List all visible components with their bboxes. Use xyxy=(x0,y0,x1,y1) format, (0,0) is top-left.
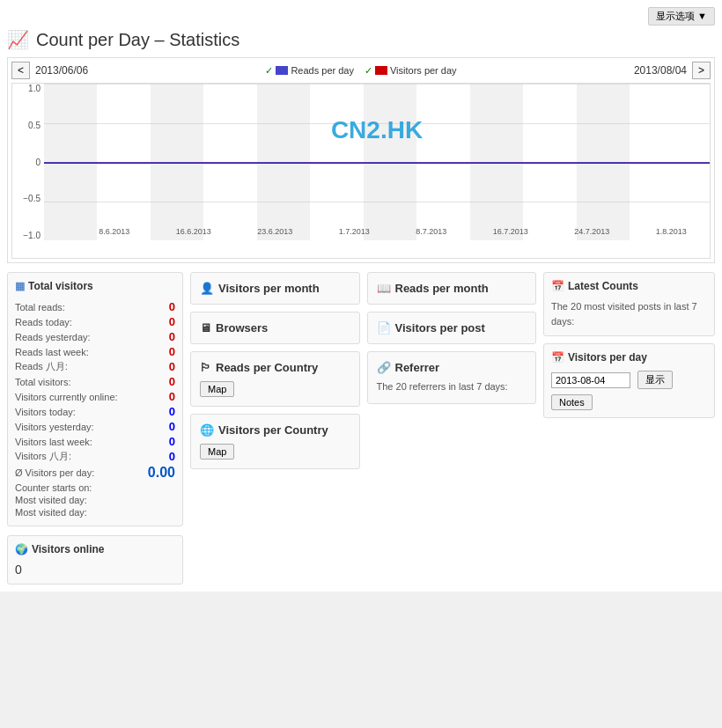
x-label-7: 24.7.2013 xyxy=(574,227,609,236)
latest-counts-text: The 20 most visited posts in last 7 days… xyxy=(551,299,707,328)
page-title: Count per Day – Statistics xyxy=(36,30,239,50)
y-label-1: 1.0 xyxy=(28,84,41,93)
referrer-title: 🔗 Referrer xyxy=(377,361,527,374)
x-label-2: 16.6.2013 xyxy=(176,227,211,236)
stat-row-reads-yesterday: Reads yesterday: 0 xyxy=(15,329,175,344)
referrer-card: 🔗 Referrer The 20 referrers in last 7 da… xyxy=(367,351,537,404)
link-icon: 🔗 xyxy=(377,361,391,374)
visitors-online-label: Visitors online xyxy=(32,543,104,555)
label-visitors-today: Visitors today: xyxy=(15,407,76,417)
calendar2-icon: 📅 xyxy=(551,351,564,364)
table-icon: ▦ xyxy=(15,280,25,292)
stat-row-reads-last-week: Reads last week: 0 xyxy=(15,344,175,359)
reads-legend-label: Reads per day xyxy=(291,65,354,76)
visitors-per-post-label: Visitors per post xyxy=(395,321,485,335)
globe-icon: 🌐 xyxy=(200,423,214,437)
legend-reads: ✓ Reads per day xyxy=(265,65,354,77)
chart-container: < 2013/06/06 ✓ Reads per day ✓ Visitors … xyxy=(7,57,715,263)
label-reads-today: Reads today: xyxy=(15,317,72,327)
browsers-card: 🖥 Browsers xyxy=(190,312,360,344)
y-label-2: 0.5 xyxy=(28,121,41,130)
visitors-per-country-title: 🌐 Visitors per Country xyxy=(200,423,350,437)
visitors-per-post-card: 📄 Visitors per post xyxy=(367,312,537,344)
flag-icon: 🏳 xyxy=(200,361,211,374)
x-label-3: 23.6.2013 xyxy=(257,227,292,236)
stat-row-counter-starts: Counter starts on: xyxy=(15,482,175,494)
stat-row-total-visitors: Total visitors: 0 xyxy=(15,374,175,389)
reads-color-swatch xyxy=(276,66,288,75)
chart-date-right: 2013/08/04 xyxy=(634,64,687,77)
chart-next-button[interactable]: > xyxy=(692,62,711,79)
label-avg-visitors: Ø Visitors per day: xyxy=(15,467,94,478)
y-label-3: 0 xyxy=(35,158,41,167)
value-avg-visitors: 0.00 xyxy=(148,465,175,481)
value-visitors-yesterday: 0 xyxy=(169,420,175,433)
display-options-button[interactable]: 显示选项 ▼ xyxy=(648,7,715,26)
x-label-1: 8.6.2013 xyxy=(99,227,129,236)
visitors-per-month-label: Visitors per month xyxy=(218,282,320,295)
x-label-6: 16.7.2013 xyxy=(493,227,528,236)
label-counter-starts: Counter starts on: xyxy=(15,482,92,493)
referrer-label: Referrer xyxy=(395,361,440,374)
y-label-4: −0.5 xyxy=(23,194,41,203)
reads-per-country-card: 🏳 Reads per Country Map xyxy=(190,351,360,407)
reads-line xyxy=(44,162,710,163)
monitor-icon: 🖥 xyxy=(200,321,211,335)
right-column: 📅 Latest Counts The 20 most visited post… xyxy=(543,272,715,526)
stat-row-visitors-last-week: Visitors last week: 0 xyxy=(15,434,175,449)
reads-per-month-label: Reads per month xyxy=(395,282,489,295)
stat-row-reads-august: Reads 八月: 0 xyxy=(15,359,175,374)
label-visitors-online: Visitors currently online: xyxy=(15,392,118,402)
notes-button[interactable]: Notes xyxy=(551,394,593,410)
label-visitors-august: Visitors 八月: xyxy=(15,450,71,463)
person-icon: 👤 xyxy=(200,282,214,295)
visitors-per-day-display-button[interactable]: 显示 xyxy=(637,371,673,389)
chart-x-labels: 8.6.2013 16.6.2013 23.6.2013 1.7.2013 8.… xyxy=(76,223,710,240)
value-reads-yesterday: 0 xyxy=(169,330,175,343)
stat-row-avg-visitors: Ø Visitors per day: 0.00 xyxy=(15,464,175,482)
world-icon: 🌍 xyxy=(15,543,28,555)
visitors-per-country-card: 🌐 Visitors per Country Map xyxy=(190,414,360,469)
visitors-per-country-label: Visitors per Country xyxy=(218,423,328,437)
chart-y-axis: 1.0 0.5 0 −0.5 −1.0 xyxy=(12,84,44,240)
total-visitors-label: Total visitors xyxy=(28,280,93,292)
visitors-per-country-map-button[interactable]: Map xyxy=(200,444,234,460)
value-visitors-online: 0 xyxy=(169,390,175,403)
title-icon: 📈 xyxy=(7,29,29,50)
stat-row-total-reads: Total reads: 0 xyxy=(15,299,175,314)
center-left-column: 👤 Visitors per month 🖥 Browsers 🏳 Reads … xyxy=(190,272,360,526)
x-label-5: 8.7.2013 xyxy=(416,227,446,236)
reads-per-month-title: 📖 Reads per month xyxy=(377,282,527,295)
main-content-grid: ▦ Total visitors Total reads: 0 Reads to… xyxy=(7,272,715,526)
chart-prev-button[interactable]: < xyxy=(11,62,30,79)
stat-row-visitors-august: Visitors 八月: 0 xyxy=(15,449,175,464)
value-visitors-today: 0 xyxy=(169,405,175,418)
visitors-online-count: 0 xyxy=(15,563,175,577)
center-right-column: 📖 Reads per month 📄 Visitors per post 🔗 … xyxy=(367,272,537,526)
visitors-per-day-date-input[interactable] xyxy=(551,372,630,388)
value-total-reads: 0 xyxy=(169,300,175,313)
visitors-online-title: 🌍 Visitors online xyxy=(15,543,175,555)
total-visitors-card: ▦ Total visitors Total reads: 0 Reads to… xyxy=(7,272,183,526)
chart-plot: CN2.HK 8.6.2013 16.6.2013 23.6.2013 1.7.… xyxy=(44,84,710,240)
latest-counts-card: 📅 Latest Counts The 20 most visited post… xyxy=(543,272,715,336)
value-reads-august: 0 xyxy=(169,360,175,373)
visitors-per-month-title: 👤 Visitors per month xyxy=(200,282,350,295)
visitors-check-icon: ✓ xyxy=(365,65,372,77)
date-display-row: 显示 xyxy=(551,371,707,389)
value-total-visitors: 0 xyxy=(169,375,175,388)
value-reads-today: 0 xyxy=(169,315,175,328)
value-reads-last-week: 0 xyxy=(169,345,175,358)
stat-row-visitors-online: Visitors currently online: 0 xyxy=(15,389,175,404)
legend-visitors: ✓ Visitors per day xyxy=(365,65,457,77)
latest-counts-title: 📅 Latest Counts xyxy=(551,280,707,292)
reads-per-month-card: 📖 Reads per month xyxy=(367,272,537,305)
reads-per-country-map-button[interactable]: Map xyxy=(200,381,234,397)
x-label-8: 1.8.2013 xyxy=(656,227,687,236)
stat-row-most-visited-2: Most visited day: xyxy=(15,506,175,518)
label-total-visitors: Total visitors: xyxy=(15,377,71,387)
label-reads-yesterday: Reads yesterday: xyxy=(15,332,91,342)
label-reads-august: Reads 八月: xyxy=(15,360,68,373)
value-visitors-august: 0 xyxy=(169,450,175,463)
value-visitors-last-week: 0 xyxy=(169,435,175,448)
